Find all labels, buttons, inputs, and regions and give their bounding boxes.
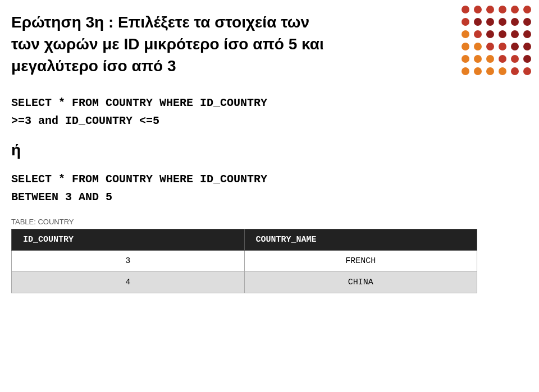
result-table: ID_COUNTRY COUNTRY_NAME 3FRENCH4CHINA [11, 229, 477, 293]
decorative-dot [474, 67, 482, 75]
main-content: Ερώτηση 3η : Επιλέξετε τα στοιχεία των τ… [0, 0, 539, 392]
decorative-dot [486, 18, 494, 26]
decorative-dot [462, 55, 469, 63]
decorative-dot [474, 18, 482, 26]
query1-line1: SELECT * FROM COUNTRY WHERE ID_COUNTRY [11, 94, 522, 112]
decorative-dot [486, 67, 494, 75]
decorative-dot [511, 43, 519, 50]
query2-line2: BETWEEN 3 AND 5 [11, 188, 522, 206]
decorative-dot [511, 30, 519, 38]
table-label: TABLE: COUNTRY [11, 218, 522, 226]
decorative-dot [486, 6, 494, 13]
decorative-dot [511, 18, 519, 26]
decorative-dot [486, 55, 494, 63]
decorative-dot [523, 43, 531, 50]
decorative-dot [474, 30, 482, 38]
decorative-dot [486, 43, 494, 50]
decorative-dot [486, 30, 494, 38]
decorative-dot [462, 67, 469, 75]
decorative-dot [462, 30, 469, 38]
title-line2: των χωρών με ID μικρότερο ίσο από 5 και [11, 33, 522, 55]
decorative-dot [511, 6, 519, 13]
decorative-dot [499, 43, 506, 50]
decorative-dot [523, 6, 531, 13]
col-header-name: COUNTRY_NAME [244, 229, 477, 250]
decorative-dot [499, 18, 506, 26]
table-cell-name: FRENCH [244, 250, 477, 271]
decorative-dot [499, 67, 506, 75]
col-header-id: ID_COUNTRY [12, 229, 245, 250]
query2-line1: SELECT * FROM COUNTRY WHERE ID_COUNTRY [11, 170, 522, 188]
table-cell-id: 3 [12, 250, 245, 271]
title-line1: Ερώτηση 3η : Επιλέξετε τα στοιχεία των [11, 11, 522, 33]
decorative-dot [474, 43, 482, 50]
decorative-dot [499, 55, 506, 63]
query2-block: SELECT * FROM COUNTRY WHERE ID_COUNTRY B… [11, 170, 522, 206]
query1-line2: >=3 and ID_COUNTRY <=5 [11, 112, 522, 130]
table-row: 3FRENCH [12, 250, 477, 271]
decorative-dot [511, 55, 519, 63]
decorative-dot [523, 55, 531, 63]
decorative-dot [462, 18, 469, 26]
title-line3: μεγαλύτερο ίσο από 3 [11, 55, 522, 77]
decorative-dot [523, 30, 531, 38]
query1-block: SELECT * FROM COUNTRY WHERE ID_COUNTRY >… [11, 94, 522, 130]
decorative-dot [462, 6, 469, 13]
table-row: 4CHINA [12, 271, 477, 293]
decorative-dot [499, 6, 506, 13]
decorative-dot [474, 55, 482, 63]
table-cell-id: 4 [12, 271, 245, 293]
decorative-dot [474, 6, 482, 13]
or-label: ή [11, 141, 522, 159]
table-cell-name: CHINA [244, 271, 477, 293]
title-section: Ερώτηση 3η : Επιλέξετε τα στοιχεία των τ… [11, 11, 522, 77]
table-header-row: ID_COUNTRY COUNTRY_NAME [12, 229, 477, 250]
page-container: Ερώτηση 3η : Επιλέξετε τα στοιχεία των τ… [0, 0, 539, 392]
decorative-dot [523, 67, 531, 75]
decorative-dot [499, 30, 506, 38]
dots-decoration [462, 6, 533, 77]
decorative-dot [523, 18, 531, 26]
decorative-dot [462, 43, 469, 50]
decorative-dot [511, 67, 519, 75]
